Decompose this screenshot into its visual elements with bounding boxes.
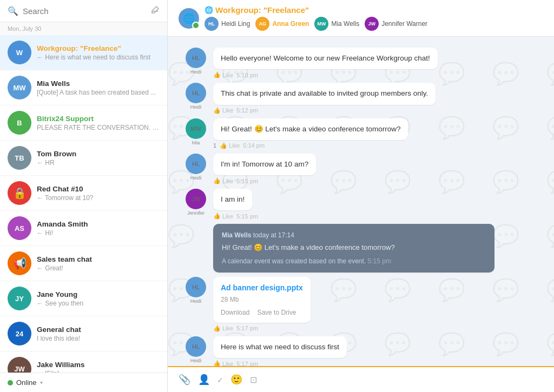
chat-preview: PLEASE RATE THE CONVERSATION. S... <box>37 124 160 131</box>
thumb-icon: 👍 <box>213 360 221 366</box>
message-row: HL Heidi I'm in! Tomorrow at 10 am? 👍 Li… <box>184 154 538 184</box>
chat-avatar: 🔒 <box>8 181 31 205</box>
status-bar[interactable]: Online ▾ <box>0 373 167 392</box>
message-row: JW Jennifer I am in! 👍 Like 5:15 pm <box>184 189 538 220</box>
message-row: HL Heidi Ad banner design.pptx 28 Mb Dow… <box>184 277 538 332</box>
file-size: 28 Mb <box>221 295 303 304</box>
group-title-text: Workgroup: "Freelance" <box>215 5 309 15</box>
msg-col: This chat is private and available to in… <box>213 83 436 114</box>
message-row: MW Mia Hi! Great! 😊 Let's make a video c… <box>184 118 538 149</box>
status-label: Online <box>16 378 37 387</box>
thumb-icon: 👍 <box>213 325 221 332</box>
msg-avatar-col: HL Heidi <box>184 277 208 304</box>
chat-name: Tom Brown <box>37 150 160 158</box>
chat-avatar: B <box>8 111 31 135</box>
chat-name: Bitrix24 Support <box>37 115 160 123</box>
like-button[interactable]: 👍 Like <box>213 212 233 220</box>
chat-header: 🌐 🌐 Workgroup: "Freelance" HL Heidi Ling… <box>168 0 554 37</box>
chat-preview: ← Hi! <box>37 229 160 237</box>
chat-item-general[interactable]: 24 General chat I love this idea! <box>0 316 167 351</box>
save-drive-button[interactable]: Save to Drive <box>257 308 296 317</box>
chat-item-mia[interactable]: MW Mia Wells [Quote] A task has been cre… <box>0 70 167 105</box>
msg-avatar: HL <box>186 336 206 357</box>
chat-items-container: W Workgroup: "Freelance" ← Here is what … <box>0 35 167 373</box>
emoji-icon[interactable]: 🙂 <box>230 374 242 386</box>
message-bubble: Hello everyone! Welcome to our new Freel… <box>213 48 438 69</box>
chat-avatar: TB <box>8 146 31 170</box>
chat-info: General chat I love this idea! <box>37 325 160 342</box>
msg-col: I'm in! Tomorrow at 10 am? 👍 Like 5:15 p… <box>213 154 316 184</box>
chat-item-jake[interactable]: JW Jake Williams ← [File] <box>0 351 167 373</box>
chat-info: Tom Brown ← HR <box>37 150 160 167</box>
quote-header: Mia Wells today at 17:14 <box>222 230 486 240</box>
chat-input-bar: 📎 👤 ✓ 🙂 ⊡ <box>168 366 554 392</box>
chat-info: Red Chat #10 ← Tomorrow at 10? <box>37 185 160 202</box>
chat-name: Sales team chat <box>37 255 160 263</box>
msg-sender-label: Heidi <box>190 104 202 110</box>
thumb-icon: 👍 <box>220 142 227 149</box>
quote-footer: A calendar event was created based on th… <box>222 256 486 266</box>
msg-avatar: HL <box>186 83 206 103</box>
search-icon: 🔍 <box>8 6 18 16</box>
group-title: 🌐 Workgroup: "Freelance" HL Heidi Ling A… <box>205 5 427 31</box>
chat-item-redchat[interactable]: 🔒 Red Chat #10 ← Tomorrow at 10? <box>0 176 167 211</box>
msg-avatar: MW <box>186 118 206 139</box>
like-button[interactable]: 👍 Like <box>213 360 233 366</box>
status-chevron: ▾ <box>40 380 43 386</box>
msg-avatar-col: HL Heidi <box>184 336 208 363</box>
msg-col: Hello everyone! Welcome to our new Freel… <box>213 48 438 78</box>
chat-preview: I love this idea! <box>37 335 160 342</box>
chat-avatar: MW <box>8 76 31 99</box>
chat-info: Jake Williams ← [File] <box>37 361 160 373</box>
msg-col: Here is what we need to discuss first 👍 … <box>213 336 347 366</box>
file-actions: Download Save to Drive <box>221 308 303 317</box>
chat-avatar: AS <box>8 216 31 240</box>
like-button[interactable]: 👍 Like <box>213 71 233 78</box>
message-bubble: I am in! <box>213 189 252 210</box>
attachment-icon[interactable]: 📎 <box>179 374 190 386</box>
chat-item-jane[interactable]: JY Jane Young ← See you then <box>0 281 167 316</box>
member-name: Jennifer Warner <box>381 20 427 28</box>
chat-item-bitrix[interactable]: B Bitrix24 Support PLEASE RATE THE CONVE… <box>0 105 167 141</box>
status-dot <box>8 380 13 386</box>
message-bubble: This chat is private and available to in… <box>213 83 436 104</box>
msg-sender-label: Jennifer <box>187 210 205 216</box>
header-avatar: 🌐 <box>179 8 199 29</box>
like-button[interactable]: 👍 Like <box>213 177 233 184</box>
compose-icon[interactable] <box>151 5 160 16</box>
chat-item-sales[interactable]: 📢 Sales team chat ← Great! <box>0 246 167 281</box>
chat-area: 🌐 🌐 Workgroup: "Freelance" HL Heidi Ling… <box>168 0 554 392</box>
msg-col: Hi! Great! 😊 Let's make a video conferen… <box>213 118 408 149</box>
thumb-icon: 👍 <box>213 107 221 114</box>
download-button[interactable]: Download <box>221 308 249 317</box>
quote-body: Hi! Great! 😊 Let's make a video conferen… <box>222 242 486 253</box>
chat-item-tom[interactable]: TB Tom Brown ← HR <box>0 141 167 176</box>
chat-name: Jake Williams <box>37 361 160 369</box>
msg-avatar: HL <box>186 154 206 174</box>
file-bubble: Ad banner design.pptx 28 Mb Download Sav… <box>213 277 311 323</box>
like-button[interactable]: 👍 Like <box>220 142 240 149</box>
msg-avatar-col: HL Heidi <box>184 83 208 110</box>
messages-area: HL Heidi Hello everyone! Welcome to our … <box>168 37 554 366</box>
user-icon[interactable]: 👤 <box>198 374 210 386</box>
msg-col: Ad banner design.pptx 28 Mb Download Sav… <box>213 277 311 332</box>
like-button[interactable]: 👍 Like <box>213 107 233 114</box>
chat-item-amanda[interactable]: AS Amanda Smith ← Hi! <box>0 211 167 246</box>
message-row: Mia Wells today at 17:14 Hi! Great! 😊 Le… <box>184 224 538 273</box>
chat-info: Mia Wells [Quote] A task has been create… <box>37 79 160 96</box>
thumb-icon: 👍 <box>213 177 221 184</box>
search-input[interactable] <box>23 6 147 16</box>
file-icon[interactable]: ⊡ <box>250 375 257 385</box>
file-name[interactable]: Ad banner design.pptx <box>221 282 303 294</box>
msg-avatar-col: MW Mia <box>184 118 208 145</box>
chat-name: Workgroup: "Freelance" <box>37 44 160 52</box>
like-button[interactable]: 👍 Like <box>213 325 233 332</box>
chat-avatar: W <box>8 41 31 64</box>
msg-col: I am in! 👍 Like 5:15 pm <box>213 189 258 220</box>
member-chip: MW Mia Wells <box>314 17 359 31</box>
chat-avatar: 📢 <box>8 251 31 275</box>
chat-item-freelance[interactable]: W Workgroup: "Freelance" ← Here is what … <box>0 35 167 70</box>
chat-avatar: 24 <box>8 322 31 346</box>
task-icon[interactable]: ✓ <box>217 375 223 385</box>
msg-avatar-col: JW Jennifer <box>184 189 208 216</box>
